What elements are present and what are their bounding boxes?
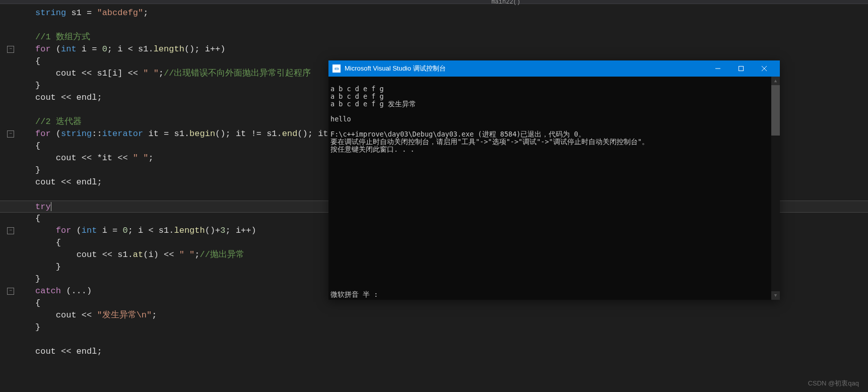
token-string: "发生异常\n" — [97, 310, 152, 320]
token-punct: { — [35, 214, 40, 223]
text-cursor — [51, 202, 51, 211]
token-punct: } — [35, 322, 40, 332]
token-comment: //抛出异常 — [199, 250, 244, 259]
output-line: 按任意键关闭此窗口. . . — [330, 145, 415, 153]
token-number: 0 — [102, 44, 107, 54]
console-output[interactable]: a b c d e f g a b c d e f g a b c d e f … — [328, 77, 780, 300]
gutter-line: − — [0, 43, 21, 55]
gutter-line — [0, 213, 21, 225]
gutter-line — [0, 273, 21, 285]
token-punct: ; — [143, 8, 148, 18]
token-comment: //出现错误不向外面抛出异常引起程序 — [164, 69, 311, 78]
console-titlebar[interactable]: ▭ Microsoft Visual Studio 调试控制台 — [328, 60, 780, 77]
console-window: ▭ Microsoft Visual Studio 调试控制台 a b c d … — [328, 60, 780, 300]
code-line[interactable]: cout << endl; — [35, 346, 868, 358]
code-line[interactable] — [35, 19, 868, 31]
token-number: 0 — [122, 226, 127, 235]
close-button[interactable] — [753, 60, 776, 77]
gutter-line — [0, 152, 21, 164]
token-func: end — [282, 129, 298, 139]
token-punct: (i) << — [143, 250, 179, 259]
token-number: 3 — [220, 226, 225, 235]
token-punct: ; i < s1. — [128, 226, 174, 235]
token-punct: ; — [159, 69, 164, 78]
gutter: −−−−− — [0, 4, 21, 392]
minimize-button[interactable] — [706, 60, 729, 77]
token-punct: { — [35, 56, 40, 66]
scrollbar[interactable]: ▲ ▼ — [771, 77, 780, 300]
fold-minus-icon[interactable]: − — [7, 288, 14, 295]
token-punct: (...) — [61, 286, 92, 296]
output-line: a b c d e f g — [330, 85, 384, 93]
gutter-line — [0, 104, 21, 116]
token-punct: ; i < s1. — [107, 44, 154, 54]
token-punct: } — [56, 262, 61, 272]
token-punct: } — [35, 165, 40, 175]
maximize-button[interactable] — [729, 60, 753, 77]
token-string: " " — [143, 69, 159, 78]
token-func: length — [174, 226, 205, 235]
gutter-line — [0, 31, 21, 43]
code-line[interactable] — [35, 334, 868, 346]
gutter-line — [0, 92, 21, 104]
code-line[interactable]: for (int i = 0; i < s1.length(); i++) — [35, 43, 868, 55]
token-punct: { — [56, 238, 61, 247]
scroll-thumb[interactable] — [771, 85, 780, 136]
console-app-icon: ▭ — [332, 64, 341, 73]
gutter-line — [0, 334, 21, 346]
token-kw-flow: for — [35, 44, 51, 54]
console-title: Microsoft Visual Studio 调试控制台 — [345, 64, 706, 73]
token-func: begin — [189, 129, 215, 139]
token-kw-type: int — [82, 226, 97, 235]
gutter-line — [0, 309, 21, 321]
token-string: "abcdefg" — [97, 8, 143, 18]
token-punct: ; — [194, 250, 199, 259]
ime-status: 微软拼音 半 : — [330, 291, 378, 298]
gutter-line: − — [0, 225, 21, 237]
fold-minus-icon[interactable]: − — [7, 227, 14, 234]
code-line[interactable]: string s1 = "abcdefg"; — [35, 7, 868, 19]
gutter-line — [0, 140, 21, 152]
token-punct: ; i++) — [226, 226, 256, 235]
gutter-line — [0, 55, 21, 68]
token-string: " " — [179, 250, 195, 259]
token-kw-flow: try — [35, 202, 51, 212]
token-punct: ( — [51, 129, 61, 139]
gutter-line — [0, 80, 21, 92]
output-line: F:\c++improve\day03\Debug\day03.exe (进程 … — [330, 130, 585, 138]
token-punct: it = s1. — [143, 129, 189, 139]
watermark: CSDN @初衷qaq — [808, 379, 859, 388]
code-line[interactable]: } — [35, 321, 868, 334]
scroll-up-icon[interactable]: ▲ — [771, 77, 780, 85]
main-func-label: main22() — [491, 0, 520, 6]
token-punct: s1 = — [66, 8, 97, 18]
token-punct: { — [35, 298, 40, 308]
svg-rect-1 — [739, 67, 744, 71]
gutter-line: − — [0, 285, 21, 297]
gutter-line — [0, 346, 21, 358]
code-line[interactable]: //1 数组方式 — [35, 31, 868, 43]
output-line: 要在调试停止时自动关闭控制台，请启用"工具"->"选项"->"调试"->"调试停… — [330, 138, 649, 146]
token-comment: //2 迭代器 — [35, 117, 82, 126]
fold-minus-icon[interactable]: − — [7, 46, 14, 53]
token-punct: ; — [152, 310, 157, 320]
token-string: " " — [133, 153, 149, 163]
token-punct: cout << s1. — [77, 250, 133, 259]
token-func: length — [154, 44, 184, 54]
token-punct: ( — [51, 44, 61, 54]
token-punct: { — [35, 141, 40, 151]
code-line[interactable]: cout << "发生异常\n"; — [35, 309, 868, 321]
token-punct: ; — [148, 153, 153, 163]
gutter-line — [0, 164, 21, 176]
token-punct: cout << — [56, 310, 97, 320]
gutter-line — [0, 116, 21, 128]
token-punct: ()+ — [205, 226, 221, 235]
fold-minus-icon[interactable]: − — [7, 130, 14, 138]
output-line: a b c d e f g 发生异常 — [330, 100, 416, 108]
scroll-down-icon[interactable]: ▼ — [771, 291, 780, 300]
token-punct: cout << *it << — [56, 153, 133, 163]
gutter-line — [0, 176, 21, 188]
gutter-line — [0, 249, 21, 261]
token-punct: i = — [97, 226, 122, 235]
window-controls — [706, 60, 776, 77]
